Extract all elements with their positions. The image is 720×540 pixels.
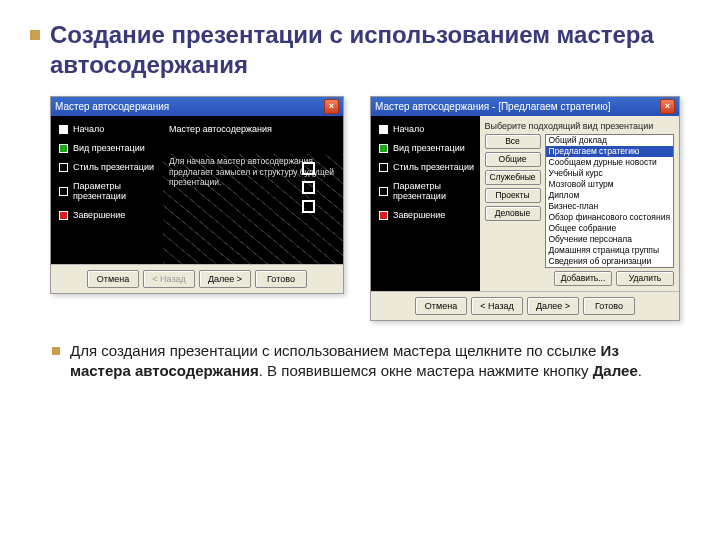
next-button[interactable]: Далее > — [527, 297, 579, 315]
slide-title: Создание презентации с использованием ма… — [50, 20, 680, 80]
wizard-select-panel: Выберите подходящий вид презентации ВсеО… — [480, 116, 680, 291]
step-marker-icon — [379, 187, 388, 196]
finish-button[interactable]: Готово — [255, 270, 307, 288]
screenshots-row: Мастер автосодержания × НачалоВид презен… — [50, 96, 680, 321]
wizard-step: Начало — [379, 124, 476, 134]
step-marker-icon — [59, 125, 68, 134]
step-marker-icon — [59, 187, 68, 196]
panel-heading: Мастер автосодержания — [169, 124, 337, 134]
category-button[interactable]: Общие — [485, 152, 541, 167]
finish-button[interactable]: Готово — [583, 297, 635, 315]
step-label: Вид презентации — [73, 143, 145, 153]
step-label: Завершение — [73, 210, 125, 220]
wizard-step: Стиль презентации — [59, 162, 159, 172]
category-button[interactable]: Служебные — [485, 170, 541, 185]
delete-button[interactable]: Удалить — [616, 271, 674, 286]
body-bullet-icon — [52, 347, 60, 355]
list-item[interactable]: Сообщаем дурные новости — [546, 157, 674, 168]
body-paragraph: Для создания презентации с использование… — [70, 341, 650, 382]
body-part2: . В появившемся окне мастера нажмите кно… — [259, 362, 593, 379]
close-icon[interactable]: × — [660, 99, 675, 114]
step-label: Параметры презентации — [393, 181, 476, 201]
close-icon[interactable]: × — [324, 99, 339, 114]
wizard-window-step1: Мастер автосодержания × НачалоВид презен… — [50, 96, 344, 294]
step-label: Начало — [73, 124, 104, 134]
next-button[interactable]: Далее > — [199, 270, 251, 288]
wizard-step: Вид презентации — [59, 143, 159, 153]
category-buttons: ВсеОбщиеСлужебныеПроектыДеловые — [485, 134, 541, 268]
titlebar: Мастер автосодержания × — [51, 97, 343, 116]
step-marker-icon — [59, 163, 68, 172]
step-marker-icon — [379, 163, 388, 172]
wizard-step: Начало — [59, 124, 159, 134]
step-marker-icon — [379, 211, 388, 220]
wizard-footer: Отмена < Назад Далее > Готово — [371, 291, 679, 320]
list-item[interactable]: Обзор финансового состояния — [546, 212, 674, 223]
body-bold2: Далее — [593, 362, 638, 379]
list-item[interactable]: Общее собрание — [546, 223, 674, 234]
square-green-icon — [302, 181, 315, 194]
square-red-icon — [302, 162, 315, 175]
wizard-step: Стиль презентации — [379, 162, 476, 172]
list-item[interactable]: Учебный курс — [546, 168, 674, 179]
step-marker-icon — [59, 211, 68, 220]
step-label: Стиль презентации — [393, 162, 474, 172]
list-item[interactable]: Обучение персонала — [546, 234, 674, 245]
cancel-button[interactable]: Отмена — [415, 297, 467, 315]
title-text: Создание презентации с использованием ма… — [50, 21, 654, 78]
list-item[interactable]: Бизнес-план — [546, 201, 674, 212]
step-marker-icon — [59, 144, 68, 153]
square-blue-icon — [302, 200, 315, 213]
category-button[interactable]: Проекты — [485, 188, 541, 203]
cancel-button[interactable]: Отмена — [87, 270, 139, 288]
step-label: Вид презентации — [393, 143, 465, 153]
list-item[interactable]: Мозговой штурм — [546, 179, 674, 190]
wizard-step: Вид презентации — [379, 143, 476, 153]
decorative-squares — [302, 162, 315, 213]
list-item[interactable]: Сведения об организации — [546, 256, 674, 267]
list-item[interactable]: Диплом — [546, 190, 674, 201]
step-label: Завершение — [393, 210, 445, 220]
list-item[interactable]: Предлагаем стратегию — [546, 146, 674, 157]
step-marker-icon — [379, 125, 388, 134]
wizard-step: Параметры презентации — [379, 181, 476, 201]
body-part3: . — [638, 362, 642, 379]
category-button[interactable]: Все — [485, 134, 541, 149]
list-item[interactable]: Общий доклад — [546, 135, 674, 146]
step-marker-icon — [379, 144, 388, 153]
wizard-step: Завершение — [59, 210, 159, 220]
wizard-step: Завершение — [379, 210, 476, 220]
presentation-type-listbox[interactable]: Общий докладПредлагаем стратегиюСообщаем… — [545, 134, 675, 268]
back-button[interactable]: < Назад — [471, 297, 523, 315]
titlebar-text: Мастер автосодержания — [55, 101, 169, 112]
wizard-steps-nav: НачалоВид презентацииСтиль презентацииПа… — [51, 116, 163, 264]
back-button: < Назад — [143, 270, 195, 288]
titlebar: Мастер автосодержания - [Предлагаем стра… — [371, 97, 679, 116]
wizard-step: Параметры презентации — [59, 181, 159, 201]
title-bullet-icon — [30, 30, 40, 40]
step-label: Параметры презентации — [73, 181, 159, 201]
wizard-intro-panel: Мастер автосодержания Для начала мастер … — [163, 116, 343, 264]
add-button[interactable]: Добавить... — [554, 271, 612, 286]
list-item[interactable]: Домашняя страница группы — [546, 245, 674, 256]
select-prompt: Выберите подходящий вид презентации — [485, 121, 675, 131]
wizard-footer: Отмена < Назад Далее > Готово — [51, 264, 343, 293]
step-label: Начало — [393, 124, 424, 134]
category-button[interactable]: Деловые — [485, 206, 541, 221]
body-part1: Для создания презентации с использование… — [70, 342, 601, 359]
titlebar-text: Мастер автосодержания - [Предлагаем стра… — [375, 101, 610, 112]
wizard-steps-nav: НачалоВид презентацииСтиль презентацииПа… — [371, 116, 480, 291]
wizard-window-step2: Мастер автосодержания - [Предлагаем стра… — [370, 96, 680, 321]
step-label: Стиль презентации — [73, 162, 154, 172]
